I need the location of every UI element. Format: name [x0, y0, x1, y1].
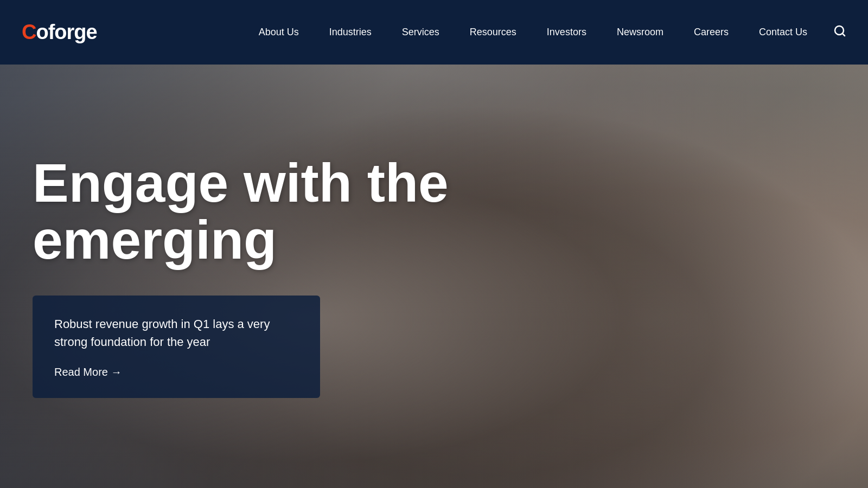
nav-newsroom[interactable]: Newsroom: [602, 27, 679, 38]
nav-investors[interactable]: Investors: [532, 27, 602, 38]
nav-resources[interactable]: Resources: [455, 27, 532, 38]
nav-industries[interactable]: Industries: [314, 27, 387, 38]
nav-careers[interactable]: Careers: [679, 27, 744, 38]
hero-card: Robust revenue growth in Q1 lays a very …: [33, 296, 320, 398]
hero-headline-line1: Engage with the: [33, 152, 449, 213]
hero-read-more-link[interactable]: Read More →: [54, 366, 122, 378]
hero-card-description: Robust revenue growth in Q1 lays a very …: [54, 315, 298, 351]
logo-text: Coforge: [22, 21, 97, 44]
hero-section: Engage with the emerging Robust revenue …: [0, 0, 868, 488]
logo-link[interactable]: Coforge: [22, 21, 97, 44]
search-icon[interactable]: [833, 24, 846, 41]
svg-line-1: [843, 33, 845, 35]
main-nav: About Us Industries Services Resources I…: [244, 27, 822, 38]
hero-headline: Engage with the emerging: [33, 155, 499, 268]
logo-c: C: [22, 21, 36, 43]
nav-services[interactable]: Services: [387, 27, 455, 38]
logo-rest: oforge: [36, 21, 97, 43]
nav-contact-us[interactable]: Contact Us: [744, 27, 822, 38]
hero-headline-line2: emerging: [33, 209, 277, 270]
nav-about-us[interactable]: About Us: [244, 27, 314, 38]
hero-content: Engage with the emerging Robust revenue …: [0, 65, 868, 488]
site-header: Coforge About Us Industries Services Res…: [0, 0, 868, 65]
